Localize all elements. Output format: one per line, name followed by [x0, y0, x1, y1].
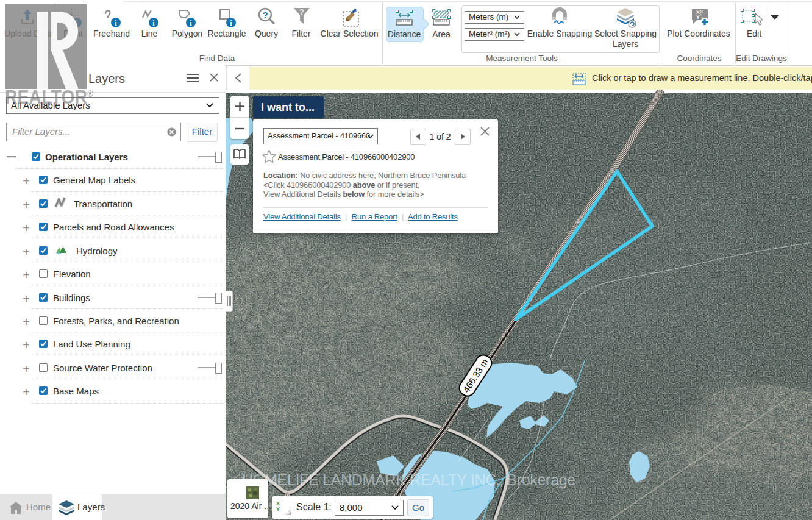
svg-text:?: ?	[299, 7, 304, 16]
svg-text:Y: Y	[696, 14, 700, 20]
svg-text:?: ?	[262, 10, 268, 20]
svg-text:Y: Y	[276, 506, 280, 512]
